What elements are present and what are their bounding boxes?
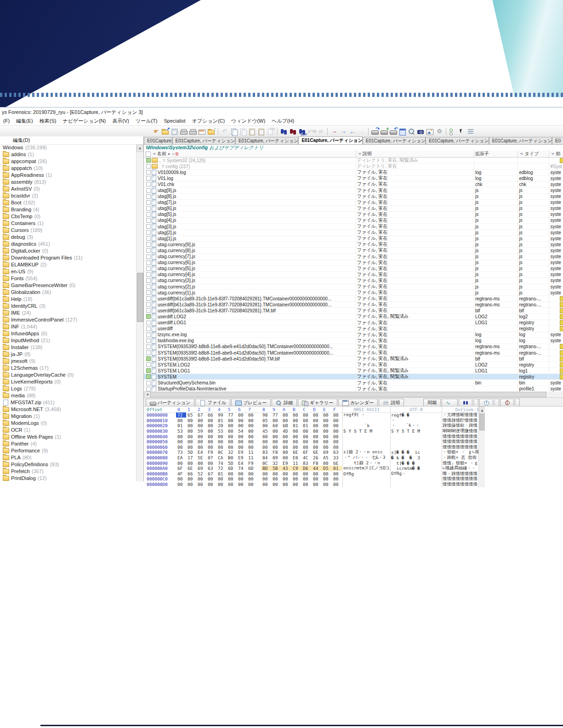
tree-item-migration[interactable]: Migration(1) xyxy=(0,413,136,420)
tree-item-jmesoft[interactable]: jmesoft(9) xyxy=(0,358,136,365)
tree-item-identitycrl[interactable]: IdentityCRL(3) xyxy=(0,303,136,310)
table-row[interactable]: tzsync.exe.logファイル, 実在loglogsyste xyxy=(144,332,563,338)
tab-e01capture-4[interactable]: E01Capture, パーティション 4 xyxy=(363,137,426,144)
row-checkbox[interactable] xyxy=(146,182,151,186)
tree-item-digitallocker[interactable]: DigitalLocker(0) xyxy=(0,248,136,254)
tree-item-microsoft-net[interactable]: Microsoft.NET(3,458) xyxy=(0,406,136,413)
tree-item-livekernelreports[interactable]: LiveKernelReports(0) xyxy=(0,378,136,385)
tree-item-media[interactable]: media(88) xyxy=(0,392,136,399)
table-row[interactable]: SYSTEM.LOG1ファイル, 実在, 閲覧済みLOG1log1 xyxy=(144,368,563,374)
row-checkbox[interactable] xyxy=(146,260,151,265)
tree-item-debug[interactable]: debug(3) xyxy=(0,234,136,241)
tree-item-mfgstat-zip[interactable]: MFGSTAT.zip(411) xyxy=(0,399,136,406)
magnifier-icon[interactable] xyxy=(408,128,416,135)
forward-arrow-icon[interactable]: → xyxy=(358,128,366,135)
hex-ansi-header[interactable]: ANSI ASCII xyxy=(343,407,390,412)
paste-into-icon[interactable] xyxy=(257,128,266,135)
menu-item-s[interactable]: 検索(S) xyxy=(36,117,60,125)
mode-tab-説明[interactable]: 説明 xyxy=(379,399,404,406)
table-row[interactable]: StartupProfileData-NonInteractiveファイル, 実… xyxy=(144,386,563,391)
row-checkbox[interactable] xyxy=(146,194,151,199)
text-extract-icon[interactable]: ab xyxy=(317,128,325,135)
button-clock[interactable] xyxy=(479,399,499,406)
tree-item-cbstemp[interactable]: CbsTemp(0) xyxy=(0,213,136,220)
goto-offset-icon[interactable]: → xyxy=(330,128,338,135)
tree-item-gamebarpresencewriter[interactable]: GameBarPresenceWriter(0) xyxy=(0,282,136,289)
case-hand-icon[interactable]: ☛ xyxy=(152,128,160,135)
row-checkbox[interactable] xyxy=(146,158,151,163)
table-row[interactable]: utag.currency[8].jsファイル, 実在jsjssyste xyxy=(144,248,563,254)
row-checkbox[interactable] xyxy=(146,230,151,235)
menu-item-f[interactable]: (F) xyxy=(0,117,13,125)
table-row[interactable]: utag[8].jsファイル, 実在jsjssyste xyxy=(144,194,563,200)
row-checkbox[interactable] xyxy=(146,218,151,223)
tree-item-bcastdvr[interactable]: bcastdvr(2) xyxy=(0,192,136,199)
tree-item-logs[interactable]: Logs(278) xyxy=(0,385,136,392)
tree-item-panther[interactable]: Panther(4) xyxy=(0,440,136,447)
row-checkbox[interactable] xyxy=(146,381,151,385)
tab-e01capture-3[interactable]: E01Capture, パーティション 3 xyxy=(298,136,362,144)
scroll-up-icon[interactable]: ▲ xyxy=(479,406,485,414)
table-row[interactable]: utag[3].jsファイル, 実在jsjssyste xyxy=(144,224,563,230)
tree-item-inf[interactable]: INF(1,044) xyxy=(0,323,136,330)
tree-item-immersivecontrolpanel[interactable]: ImmersiveControlPanel(127) xyxy=(0,316,136,323)
table-row[interactable]: userdiff.LOG1ファイル, 実在LOG1registry xyxy=(144,320,563,326)
column-header-extension[interactable]: 拡張子 xyxy=(474,151,518,157)
simultaneous-search-icon[interactable] xyxy=(449,128,457,135)
row-checkbox[interactable] xyxy=(146,170,151,175)
menu-item-c[interactable]: オプション(C) xyxy=(189,117,228,125)
row-checkbox[interactable] xyxy=(146,356,151,361)
menu-item-e[interactable]: 編集(E) xyxy=(13,117,36,125)
tree-item-modemlogs[interactable]: ModemLogs(0) xyxy=(0,420,136,427)
tree-item-printdialog[interactable]: PrintDialog(12) xyxy=(0,475,136,481)
row-checkbox[interactable] xyxy=(146,242,151,247)
row-checkbox[interactable] xyxy=(146,327,151,331)
row-checkbox[interactable] xyxy=(146,224,151,229)
tree-item-assembly[interactable]: assembly(813) xyxy=(0,179,136,186)
tree-item-ime[interactable]: IME(24) xyxy=(0,310,136,316)
table-row[interactable]: . = config (237)ディレクトリ, 実在¥Syst xyxy=(144,164,563,169)
row-checkbox[interactable] xyxy=(146,176,151,181)
mode-tab-sync[interactable]: 同期 xyxy=(423,399,441,406)
row-checkbox[interactable] xyxy=(146,236,151,241)
back-arrow-icon[interactable]: ← xyxy=(348,128,357,135)
mode-tab-パーティション[interactable]: パーティション xyxy=(146,399,194,406)
row-checkbox[interactable] xyxy=(146,387,151,391)
settings-gear-icon[interactable]: ⚙ xyxy=(435,128,444,135)
tree-item-en-us[interactable]: en-US(9) xyxy=(0,268,136,275)
table-row[interactable]: .. = System32 (24,125)ディレクトリ, 実在, 閲覧済み xyxy=(144,158,563,164)
camera-icon[interactable] xyxy=(417,128,425,135)
table-row[interactable]: SYSTEM{093539f2-b8b8-11e8-abe9-e41d2d0da… xyxy=(144,344,563,350)
open-folder-icon[interactable]: ↗ xyxy=(161,128,170,135)
paste-hex-icon[interactable]: 101 xyxy=(267,128,275,135)
row-checkbox[interactable] xyxy=(146,321,151,325)
tree-item-containers[interactable]: Containers(1) xyxy=(0,220,136,227)
scroll-up-icon[interactable]: ▲ xyxy=(136,144,143,152)
select-all-checkbox[interactable] xyxy=(146,152,151,157)
table-row[interactable]: userdiff{b61c3a89-31c9-11e9-83f7-7020840… xyxy=(144,302,563,308)
backup-drive-icon[interactable] xyxy=(180,128,188,135)
directory-panel-header[interactable]: 編集(D) xyxy=(0,136,143,145)
menu-item-t[interactable]: ツール(T) xyxy=(132,117,161,125)
tree-item-apppatch[interactable]: apppatch(10) xyxy=(0,165,136,172)
tree-item-policydefinitions[interactable]: PolicyDefinitions(93) xyxy=(0,461,136,468)
list-pane-icon[interactable] xyxy=(467,128,475,135)
tree-item-downloaded-program-files[interactable]: Downloaded Program Files(11) xyxy=(0,254,136,261)
hex-utf8-header[interactable]: UTF-8 xyxy=(391,407,441,412)
row-checkbox[interactable] xyxy=(146,308,151,313)
menu-item-v[interactable]: 表示(V) xyxy=(109,117,132,125)
interpreter-card-icon[interactable] xyxy=(198,128,206,135)
table-row[interactable]: userdiff{b61c3a89-31c9-11e9-83f7-7020840… xyxy=(144,296,563,302)
disk-add-icon[interactable]: + xyxy=(380,128,388,135)
tab-e01capture-5[interactable]: E01Capture, パーティション 5 xyxy=(426,137,489,144)
disk-restore-icon[interactable]: ↶ xyxy=(389,128,398,135)
row-checkbox[interactable] xyxy=(146,368,151,373)
tab-e01capture[interactable]: E01Capture xyxy=(144,137,172,144)
table-row[interactable]: utag.currency[4].jsファイル, 実在jsjssyste xyxy=(144,272,563,278)
tree-item-cursors[interactable]: Cursors(189) xyxy=(0,227,136,234)
undo-icon[interactable]: ↶ xyxy=(221,128,229,135)
table-row[interactable]: utag[4].jsファイル, 実在jsjssyste xyxy=(144,218,563,224)
tree-item-prefetch[interactable]: Prefetch(357) xyxy=(0,468,136,475)
tree-item-offline-web-pages[interactable]: Offline Web Pages(1) xyxy=(0,434,136,440)
search-again-binoculars-icon[interactable] xyxy=(289,128,297,135)
